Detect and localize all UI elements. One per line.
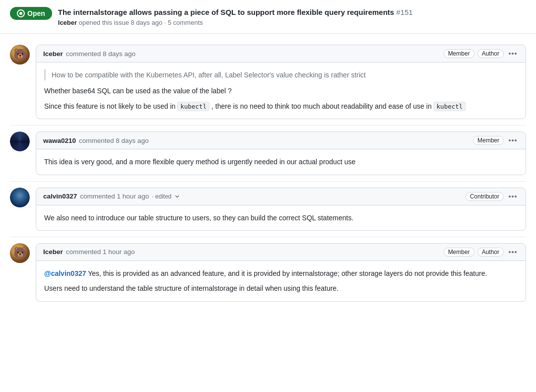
avatar: 🐻 [10,243,30,263]
open-badge: Open [10,7,52,20]
comment-box: Iceber commented 8 days ago Member Autho… [36,45,526,119]
comment-paragraph: @calvin0327 Yes, this is provided as an … [44,268,518,279]
issue-title: The internalstorage allows passing a pie… [58,7,413,17]
comment-timestamp: commented 8 days ago [66,50,135,58]
comment-header-left: wawa0210 commented 8 days ago [43,137,148,144]
avatar: 🐻 [10,45,30,65]
avatar [10,131,30,151]
issue-header: Open The internalstorage allows passing … [0,0,536,34]
comment-body: This idea is very good, and a more flexi… [36,149,526,174]
comment-header-right: Contributor [466,192,519,201]
comment-blockquote: How to be compatible with the Kubernetes… [44,69,518,80]
comment-box: Iceber commented 1 hour ago Member Autho… [36,243,526,302]
comment-body: How to be compatible with the Kubernetes… [36,63,526,119]
more-options-button[interactable] [507,250,519,254]
comment-header: wawa0210 commented 8 days ago Member [36,132,526,149]
comment-body: We also need to introduce our table stru… [36,205,526,230]
svg-point-1 [19,12,22,15]
comment-username[interactable]: Iceber [43,50,63,58]
comment-username[interactable]: wawa0210 [43,137,76,144]
comment-header-right: Member Author [444,248,519,257]
comment-paragraph: We also need to introduce our table stru… [44,212,518,223]
issue-title-block: The internalstorage allows passing a pie… [58,7,413,26]
comment-header-left: calvin0327 commented 1 hour ago · edited [43,193,180,200]
comment-timestamp: commented 1 hour ago [66,248,135,256]
comment-header: Iceber commented 1 hour ago Member Autho… [36,244,526,261]
open-icon [17,9,25,17]
author-badge: Author [477,49,504,58]
comment-row: 🐻 Iceber commented 8 days ago Member Aut… [10,39,526,125]
more-options-button[interactable] [507,52,519,56]
code-kubectl2: kubectl [434,102,466,111]
comment-header: calvin0327 commented 1 hour ago · edited… [36,188,526,205]
comment-paragraph: Whether base64 SQL can be used as the va… [44,85,518,96]
comment-header-right: Member Author [444,49,519,58]
comment-username[interactable]: calvin0327 [43,193,77,200]
comment-header-left: Iceber commented 8 days ago [43,50,135,58]
comment-row: calvin0327 commented 1 hour ago · edited… [10,181,526,237]
comment-row: 🐻 Iceber commented 1 hour ago Member Aut… [10,237,526,308]
more-options-button[interactable] [507,195,519,198]
comment-header-right: Member [473,136,519,145]
comment-row: wawa0210 commented 8 days ago Member Thi… [10,125,526,181]
member-badge: Member [444,248,474,257]
open-label: Open [27,9,45,17]
comment-paragraph: Since this feature is not likely to be u… [44,101,518,112]
comment-header: Iceber commented 8 days ago Member Autho… [36,45,526,63]
contributor-badge: Contributor [466,192,504,201]
issue-number: #151 [396,8,412,16]
comment-box: calvin0327 commented 1 hour ago · edited… [36,188,526,231]
comment-timestamp: commented 8 days ago [79,137,148,144]
code-kubectl: kubectl [177,102,209,111]
comment-username[interactable]: Iceber [43,248,63,256]
comments-container: 🐻 Iceber commented 8 days ago Member Aut… [0,34,536,313]
comment-paragraph: This idea is very good, and a more flexi… [44,156,518,167]
meta-text: opened this issue 8 days ago · 5 comment… [79,19,203,26]
avatar [10,188,30,207]
mention-calvin: @calvin0327 [44,269,86,277]
comment-body: @calvin0327 Yes, this is provided as an … [36,261,526,301]
member-badge: Member [444,49,474,58]
comment-paragraph: Users need to understand the table struc… [44,283,518,294]
member-badge: Member [473,136,504,145]
issue-meta: Iceber opened this issue 8 days ago · 5 … [58,19,413,26]
edited-label: · edited [152,193,171,200]
meta-opener: Iceber [58,19,77,26]
chevron-down-icon [175,194,180,199]
edited-dropdown-button[interactable] [175,194,180,199]
more-options-button[interactable] [507,138,519,142]
comment-header-left: Iceber commented 1 hour ago [43,248,135,256]
comment-timestamp: commented 1 hour ago [80,193,149,200]
author-badge: Author [477,248,504,257]
comment-box: wawa0210 commented 8 days ago Member Thi… [36,131,526,175]
